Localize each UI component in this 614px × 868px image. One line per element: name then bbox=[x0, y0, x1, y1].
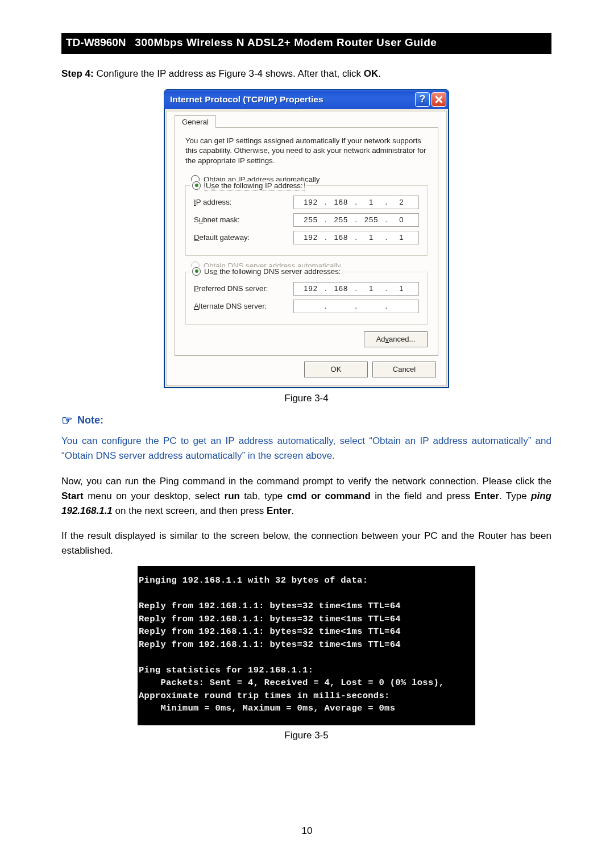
note-body: You can configure the PC to get an IP ad… bbox=[61, 434, 551, 464]
radio-icon bbox=[192, 267, 201, 276]
preferred-dns-label: Preferred DNS server: bbox=[194, 284, 293, 293]
subnet-mask-label: Subnet mask: bbox=[194, 215, 293, 224]
note-heading: ☞ Note: bbox=[61, 414, 551, 427]
alternate-dns-label: Alternate DNS server: bbox=[194, 302, 293, 310]
figure-3-4-caption: Figure 3-4 bbox=[61, 393, 551, 404]
step4-text-b: . bbox=[378, 68, 381, 79]
cancel-button[interactable]: Cancel bbox=[372, 362, 436, 377]
preferred-dns-input[interactable]: 192. 168. 1. 1 bbox=[293, 282, 419, 296]
subnet-mask-input[interactable]: 255. 255. 255. 0 bbox=[293, 213, 419, 227]
model-label: TD-W8960N bbox=[61, 33, 132, 52]
para-run-ping: Now, you can run the Ping command in the… bbox=[61, 474, 551, 519]
doc-title-text: 300Mbps Wireless N ADSL2+ Modem Router U… bbox=[135, 36, 437, 48]
tab-general[interactable]: General bbox=[175, 115, 216, 128]
radio-ip-use-label: Use the following IP address: bbox=[204, 181, 305, 190]
doc-title: 300Mbps Wireless N ADSL2+ Modem Router U… bbox=[132, 33, 551, 52]
close-icon bbox=[435, 95, 443, 103]
note-heading-text: Note: bbox=[77, 414, 103, 426]
dns-group: Use the following DNS server addresses: … bbox=[185, 272, 428, 325]
ip-address-input[interactable]: 192. 168. 1. 2 bbox=[293, 196, 419, 209]
default-gateway-label: Default gateway: bbox=[194, 233, 293, 242]
dialog-title: Internet Protocol (TCP/IP) Properties bbox=[170, 94, 413, 105]
tcpip-dialog: Internet Protocol (TCP/IP) Properties ? … bbox=[164, 89, 449, 388]
doc-header: TD-W8960N 300Mbps Wireless N ADSL2+ Mode… bbox=[61, 33, 551, 54]
radio-icon bbox=[192, 181, 201, 190]
close-button[interactable] bbox=[432, 92, 446, 107]
radio-dns-use[interactable]: Use the following DNS server addresses: bbox=[190, 267, 342, 276]
ip-group: Use the following IP address: IP address… bbox=[185, 185, 428, 256]
ok-button[interactable]: OK bbox=[304, 362, 368, 377]
para-result: If the result displayed is similar to th… bbox=[61, 529, 551, 559]
default-gateway-input[interactable]: 192. 168. 1. 1 bbox=[293, 231, 419, 244]
help-button[interactable]: ? bbox=[415, 92, 430, 107]
tab-content: You can get IP settings assigned automat… bbox=[175, 127, 438, 356]
page-number: 10 bbox=[0, 825, 614, 837]
figure-3-5-caption: Figure 3-5 bbox=[61, 730, 551, 741]
hand-icon: ☞ bbox=[61, 414, 73, 427]
radio-dns-use-label: Use the following DNS server addresses: bbox=[204, 267, 341, 276]
alternate-dns-input[interactable]: . . . bbox=[293, 300, 419, 313]
command-prompt-output: Pinging 192.168.1.1 with 32 bytes of dat… bbox=[138, 566, 475, 725]
dialog-titlebar: Internet Protocol (TCP/IP) Properties ? bbox=[164, 90, 449, 109]
step4-line: Step 4: Configure the IP address as Figu… bbox=[61, 67, 551, 81]
step4-ok: OK bbox=[364, 68, 379, 79]
step4-text-a: Configure the IP address as Figure 3-4 s… bbox=[96, 68, 363, 79]
radio-ip-use[interactable]: Use the following IP address: bbox=[190, 181, 306, 190]
step4-prefix: Step 4: bbox=[61, 68, 94, 79]
advanced-button[interactable]: Advanced... bbox=[364, 331, 428, 347]
ip-address-label: IP address: bbox=[194, 198, 293, 206]
dialog-intro: You can get IP settings assigned automat… bbox=[185, 136, 428, 166]
